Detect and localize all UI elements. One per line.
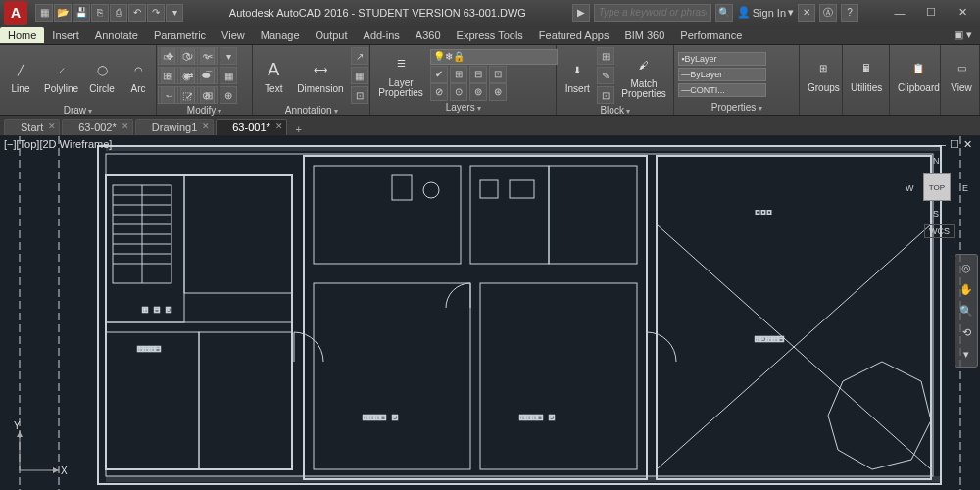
viewcube-n[interactable]: N [933,156,940,166]
maximize-button[interactable]: ☐ [917,3,945,23]
close-button[interactable]: ✕ [949,3,976,23]
layer-tool-icon[interactable]: ✔ [430,66,448,83]
viewcube-w[interactable]: W [906,183,914,193]
layer-tool-icon[interactable]: ⊘ [430,83,448,101]
vp-minimize-icon[interactable]: — [935,138,946,151]
menu-tab-view[interactable]: View [214,27,253,43]
modify-icon[interactable]: ▾ [220,47,237,65]
panel-title[interactable]: Block [561,104,669,116]
block-tool-icon[interactable]: ✎ [597,67,614,84]
close-tab-icon[interactable]: ✕ [275,122,283,131]
linetype-dropdown[interactable]: — ByLayer [678,68,766,81]
file-tab[interactable]: 63-001*✕ [216,119,287,135]
file-tab[interactable]: Start✕ [4,119,60,135]
panel-title[interactable]: Annotation [257,104,366,116]
view-button[interactable]: ▭View [945,54,978,95]
menu-tab-output[interactable]: Output [308,27,356,43]
mirror-icon[interactable]: ⇄ [180,67,198,84]
insert-button[interactable]: ⬇Insert [561,55,594,96]
file-tab[interactable]: Drawing1✕ [135,119,214,135]
menu-tab-manage[interactable]: Manage [253,27,308,43]
block-tool-icon[interactable]: ⊡ [597,86,614,104]
layer-tool-icon[interactable]: ⊞ [450,66,467,83]
arc-button[interactable]: ◠Arc [122,55,155,96]
fillet-icon[interactable]: ⌒ [200,67,218,84]
ucs-icon[interactable]: X Y [10,421,69,480]
qat-undo-icon[interactable]: ↶ [128,4,146,22]
trim-icon[interactable]: ✂ [200,47,218,65]
menu-tab-home[interactable]: Home [0,27,44,43]
qat-open-icon[interactable]: 📂 [54,4,72,22]
help-icon[interactable]: ? [841,4,858,22]
move-icon[interactable]: ✥ [161,47,178,65]
modify-icon[interactable]: ▦ [220,67,237,84]
menu-tab-add-ins[interactable]: Add-ins [356,27,408,43]
menu-tab-annotate[interactable]: Annotate [87,27,146,43]
app-logo[interactable]: A [4,1,27,24]
vp-restore-icon[interactable]: ☐ [950,138,959,151]
nav-orbit-icon[interactable]: ⟲ [957,323,975,341]
wcs-label[interactable]: WCS [924,224,955,238]
menu-tab-express-tools[interactable]: Express Tools [449,27,531,43]
panel-title[interactable]: Modify [161,104,248,116]
groups-button[interactable]: ⊞Groups [804,54,844,95]
ribbon-collapse-icon[interactable]: ▣ ▾ [946,26,980,43]
layer-properties-button[interactable]: ☰Layer Properties [374,49,427,100]
scale-icon[interactable]: ⤢ [180,86,198,104]
color-dropdown[interactable]: ▪ ByLayer [678,52,766,66]
polyline-button[interactable]: ⟋Polyline [40,55,82,96]
viewcube-face[interactable]: TOP [923,173,951,201]
block-tool-icon[interactable]: ⊞ [597,47,614,65]
viewport-label[interactable]: [−][Top][2D Wireframe] [4,138,112,150]
menu-tab-featured-apps[interactable]: Featured Apps [531,27,617,43]
panel-title[interactable]: Draw [4,104,152,116]
utilities-button[interactable]: 🖩Utilities [847,54,886,95]
nav-showmotion-icon[interactable]: ▾ [957,345,975,363]
qat-plot-icon[interactable]: ⎙ [110,4,127,22]
search-play-icon[interactable]: ▶ [572,4,590,22]
vp-close-icon[interactable]: ✕ [963,138,972,151]
nav-pan-icon[interactable]: ✋ [957,280,975,298]
close-tab-icon[interactable]: ✕ [48,122,56,131]
qat-save-icon[interactable]: 💾 [73,4,90,22]
layer-tool-icon[interactable]: ⊡ [489,66,507,83]
minimize-button[interactable]: — [886,3,913,23]
stretch-icon[interactable]: ↔ [161,86,178,104]
file-tab[interactable]: 63-002*✕ [62,119,133,135]
view-cube[interactable]: N E S W TOP [906,156,968,219]
leader-icon[interactable]: ↗ [351,47,368,65]
layer-tool-icon[interactable]: ⊟ [469,66,487,83]
line-button[interactable]: ╱Line [4,55,37,96]
layer-dropdown[interactable]: 💡❄🔒 [430,49,558,65]
menu-tab-performance[interactable]: Performance [672,27,750,43]
modify-icon[interactable]: ⊕ [220,86,237,104]
sign-in-button[interactable]: 👤 Sign In ▾ [737,6,794,19]
layer-tool-icon[interactable]: ⊛ [489,83,507,101]
qat-dropdown-icon[interactable]: ▾ [166,4,183,22]
menu-tab-parametric[interactable]: Parametric [146,27,214,43]
panel-title[interactable]: Properties [678,101,795,113]
rotate-icon[interactable]: ↻ [180,47,198,65]
annot-icon[interactable]: ⊡ [351,86,368,104]
panel-title[interactable]: Layers [374,101,552,113]
menu-tab-insert[interactable]: Insert [44,27,87,43]
search-input[interactable] [594,4,711,22]
match-properties-button[interactable]: 🖌Match Properties [617,50,670,101]
circle-button[interactable]: ◯Circle [85,55,119,96]
dimension-button[interactable]: ⟷Dimension [293,55,347,96]
a360-icon[interactable]: Ⓐ [819,4,837,22]
nav-wheel-icon[interactable]: ◎ [957,259,975,276]
layer-tool-icon[interactable]: ⊙ [450,83,467,101]
viewcube-e[interactable]: E [962,183,968,193]
exchange-icon[interactable]: ✕ [798,4,815,22]
menu-tab-bim-360[interactable]: BIM 360 [616,27,672,43]
clipboard-button[interactable]: 📋Clipboard [894,54,944,95]
qat-new-icon[interactable]: ▦ [35,4,53,22]
text-button[interactable]: AText [257,55,290,96]
nav-zoom-icon[interactable]: 🔍 [957,302,975,319]
array-icon[interactable]: ⊞ [200,86,218,104]
drawing-canvas[interactable]: [−][Top][2D Wireframe] — ☐ ✕ N E S W TOP… [0,136,980,490]
viewcube-s[interactable]: S [933,209,939,219]
table-icon[interactable]: ▦ [351,67,368,84]
copy-icon[interactable]: ⎘ [161,67,178,84]
